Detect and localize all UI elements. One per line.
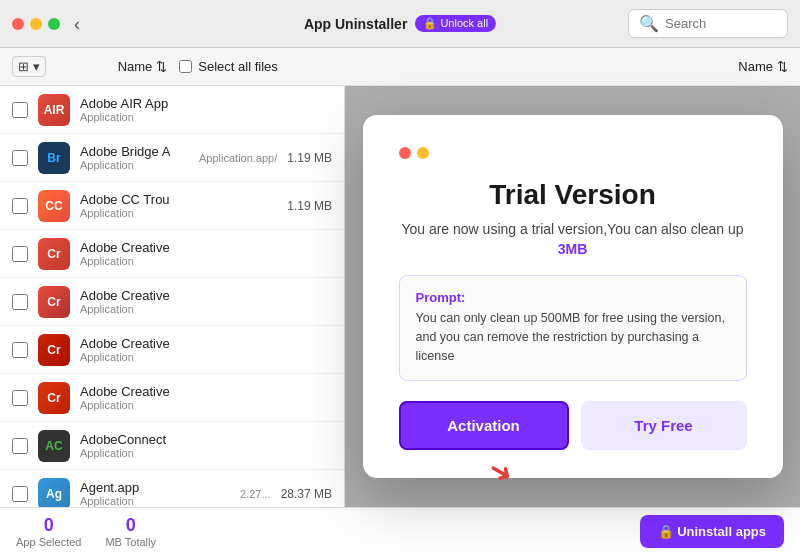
app-name: Adobe Creative [80, 288, 332, 303]
list-item[interactable]: Cr Adobe Creative Application [0, 230, 344, 278]
name-right-label: Name [738, 59, 773, 74]
prompt-box: Prompt: You can only clean up 500MB for … [399, 275, 747, 380]
list-item[interactable]: AC AdobeConnect Application [0, 422, 344, 470]
app-type: Application [80, 351, 332, 363]
app-type: Application [80, 255, 332, 267]
app-icon: CC [38, 190, 70, 222]
app-checkbox[interactable] [12, 342, 28, 358]
app-title: App Uninstaller [304, 16, 407, 32]
app-name: Adobe AIR App [80, 96, 332, 111]
list-item[interactable]: Br Adobe Bridge A Application Applicatio… [0, 134, 344, 182]
search-icon: 🔍 [639, 14, 659, 33]
app-checkbox[interactable] [12, 486, 28, 502]
right-panel: Trial Version You are now using a trial … [345, 86, 800, 507]
app-type: Application [80, 447, 332, 459]
app-name: Adobe Creative [80, 384, 332, 399]
app-checkbox[interactable] [12, 150, 28, 166]
prompt-label: Prompt: [416, 290, 730, 305]
app-icon: AC [38, 430, 70, 462]
app-checkbox[interactable] [12, 198, 28, 214]
search-bar[interactable]: 🔍 [628, 9, 788, 38]
app-icon: Cr [38, 286, 70, 318]
minimize-button[interactable] [30, 18, 42, 30]
app-type: Application [80, 207, 277, 219]
select-all-label: Select all files [198, 59, 277, 74]
modal-size-highlight: 3MB [399, 241, 747, 257]
trial-modal: Trial Version You are now using a trial … [363, 115, 783, 477]
app-path: 2.27... [240, 488, 271, 500]
app-name: Agent.app [80, 480, 230, 495]
app-type: Application [80, 303, 332, 315]
app-info: Adobe CC Trou Application [80, 192, 277, 219]
name-sort[interactable]: Name ⇅ [118, 59, 168, 74]
list-item[interactable]: Cr Adobe Creative Application [0, 374, 344, 422]
app-info: Adobe Creative Application [80, 240, 332, 267]
app-selected-stat: 0 App Selected [16, 515, 81, 548]
modal-close[interactable] [399, 147, 411, 159]
mb-total-value: 0 [126, 515, 136, 536]
app-icon: Cr [38, 382, 70, 414]
app-selected-label: App Selected [16, 536, 81, 548]
app-icon: Br [38, 142, 70, 174]
modal-traffic-lights [399, 147, 747, 159]
list-item[interactable]: Cr Adobe Creative Application [0, 326, 344, 374]
activation-button[interactable]: Activation [399, 401, 569, 450]
bottom-bar: 0 App Selected 0 MB Totally 🔒 Uninstall … [0, 507, 800, 555]
app-name: AdobeConnect [80, 432, 332, 447]
list-item[interactable]: CC Adobe CC Trou Application 1.19 MB [0, 182, 344, 230]
app-checkbox[interactable] [12, 246, 28, 262]
app-info: Agent.app Application [80, 480, 230, 507]
modal-title: Trial Version [399, 179, 747, 211]
select-all-checkbox[interactable] [179, 60, 192, 73]
app-type: Application [80, 495, 230, 507]
modal-min[interactable] [417, 147, 429, 159]
app-size: 28.37 MB [281, 487, 332, 501]
arrow-indicator: ➜ [482, 451, 518, 491]
app-type: Application [80, 111, 332, 123]
app-info: Adobe Creative Application [80, 384, 332, 411]
app-info: Adobe Creative Application [80, 288, 332, 315]
maximize-button[interactable] [48, 18, 60, 30]
title-bar: ‹ App Uninstaller 🔒 Unlock all 🔍 [0, 0, 800, 48]
app-name: Adobe Creative [80, 336, 332, 351]
traffic-lights [12, 18, 60, 30]
unlock-badge[interactable]: 🔒 Unlock all [415, 15, 496, 32]
name-sort-label: Name [118, 59, 153, 74]
app-type: Application [80, 399, 332, 411]
app-name: Adobe CC Trou [80, 192, 277, 207]
app-name: Adobe Bridge A [80, 144, 189, 159]
app-name: Adobe Creative [80, 240, 332, 255]
app-size: 1.19 MB [287, 199, 332, 213]
app-list: AIR Adobe AIR App Application Br Adobe B… [0, 86, 345, 507]
search-input[interactable] [665, 16, 777, 31]
list-item[interactable]: Cr Adobe Creative Application [0, 278, 344, 326]
name-sort-right[interactable]: Name ⇅ [738, 59, 788, 74]
app-checkbox[interactable] [12, 102, 28, 118]
app-icon: Ag [38, 478, 70, 508]
app-type: Application [80, 159, 189, 171]
mb-total-stat: 0 MB Totally [105, 515, 156, 548]
back-button[interactable]: ‹ [74, 15, 80, 33]
uninstall-button[interactable]: 🔒 Uninstall apps [640, 515, 784, 548]
app-checkbox[interactable] [12, 438, 28, 454]
app-path: Application.app/ [199, 152, 277, 164]
list-item[interactable]: AIR Adobe AIR App Application [0, 86, 344, 134]
app-icon: Cr [38, 334, 70, 366]
try-free-button[interactable]: Try Free [581, 401, 747, 450]
select-all[interactable]: Select all files [179, 59, 277, 74]
app-icon: Cr [38, 238, 70, 270]
sort-right-icon: ⇅ [777, 59, 788, 74]
prompt-text: You can only clean up 500MB for free usi… [416, 309, 730, 365]
view-toggle[interactable]: ⊞ ▾ [12, 56, 46, 77]
app-info: AdobeConnect Application [80, 432, 332, 459]
modal-overlay: Trial Version You are now using a trial … [345, 86, 800, 507]
app-info: Adobe AIR App Application [80, 96, 332, 123]
app-checkbox[interactable] [12, 390, 28, 406]
app-selected-value: 0 [44, 515, 54, 536]
toolbar: ⊞ ▾ Name ⇅ Select all files Name ⇅ [0, 48, 800, 86]
list-item[interactable]: Ag Agent.app Application 2.27...28.37 MB [0, 470, 344, 507]
app-checkbox[interactable] [12, 294, 28, 310]
app-icon: AIR [38, 94, 70, 126]
close-button[interactable] [12, 18, 24, 30]
app-info: Adobe Creative Application [80, 336, 332, 363]
